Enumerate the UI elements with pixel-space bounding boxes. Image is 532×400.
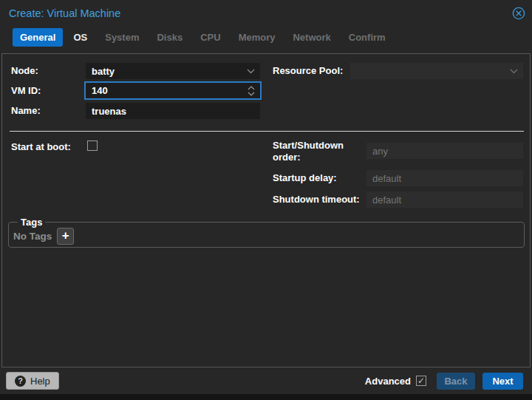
- tags-row: No Tags +: [13, 228, 519, 245]
- tags-fieldset: Tags No Tags +: [8, 217, 525, 248]
- tab-network: Network: [285, 28, 338, 47]
- vm-id-input[interactable]: [86, 85, 248, 96]
- tab-cpu: CPU: [193, 28, 228, 47]
- question-icon: ?: [15, 376, 26, 387]
- startup-delay-label: Startup delay:: [273, 172, 337, 184]
- resource-pool-select[interactable]: [350, 63, 523, 79]
- chevron-down-icon[interactable]: [247, 69, 255, 74]
- spinner-icons: [248, 86, 255, 96]
- tab-memory: Memory: [231, 28, 283, 47]
- node-label: Node:: [11, 63, 38, 79]
- add-tag-button[interactable]: +: [57, 228, 74, 245]
- vm-id-spinner[interactable]: [84, 81, 262, 100]
- help-button[interactable]: ? Help: [6, 372, 59, 390]
- footer-actions: Advanced ✓ Back Next: [365, 373, 523, 390]
- tags-legend: Tags: [18, 217, 45, 228]
- name-label: Name:: [11, 103, 41, 119]
- help-button-label: Help: [30, 376, 50, 387]
- advanced-label: Advanced: [365, 376, 411, 387]
- section-divider: [10, 131, 524, 132]
- resource-pool-label: Resource Pool:: [273, 63, 343, 79]
- plus-icon: +: [62, 228, 69, 243]
- startup-delay-input[interactable]: [366, 173, 523, 184]
- name-input[interactable]: [86, 106, 260, 117]
- background-page-strip: [0, 394, 532, 400]
- spinner-up-icon[interactable]: [248, 86, 255, 90]
- general-tab-panel: Node: Resource Pool: VM ID: Name:: [1, 53, 531, 367]
- node-input[interactable]: [86, 66, 247, 77]
- dialog-title: Create: Virtual Machine: [9, 0, 120, 27]
- dialog-titlebar: Create: Virtual Machine: [0, 0, 532, 27]
- shutdown-timeout-input[interactable]: [366, 194, 523, 206]
- next-button[interactable]: Next: [482, 373, 523, 390]
- shutdown-timeout-label: Shutdown timeout:: [273, 194, 360, 206]
- close-icon[interactable]: [512, 7, 525, 20]
- startup-delay-field[interactable]: [366, 170, 523, 186]
- back-button[interactable]: Back: [437, 373, 475, 390]
- tab-bar: General OS System Disks CPU Memory Netwo…: [13, 28, 393, 47]
- tab-os[interactable]: OS: [66, 28, 95, 47]
- spinner-down-icon[interactable]: [248, 92, 255, 96]
- create-vm-dialog: Create: Virtual Machine General OS Syste…: [0, 0, 532, 400]
- name-field[interactable]: [86, 103, 260, 119]
- node-select[interactable]: [86, 63, 260, 79]
- shutdown-timeout-field[interactable]: [366, 191, 523, 208]
- start-at-boot-checkbox[interactable]: [87, 140, 98, 151]
- advanced-checkbox[interactable]: ✓: [416, 376, 426, 386]
- vm-id-label: VM ID:: [11, 83, 41, 99]
- start-shutdown-order-input[interactable]: [366, 146, 523, 157]
- tab-disks: Disks: [149, 28, 190, 47]
- dialog-footer: ? Help Advanced ✓ Back Next: [0, 367, 532, 394]
- start-shutdown-order-label: Start/Shutdown order:: [273, 140, 360, 163]
- start-shutdown-order-field[interactable]: [366, 143, 523, 159]
- start-at-boot-label: Start at boot:: [11, 141, 71, 153]
- chevron-down-icon[interactable]: [510, 69, 518, 74]
- tab-confirm: Confirm: [341, 28, 393, 47]
- resource-pool-input[interactable]: [350, 66, 510, 77]
- tab-system: System: [98, 28, 146, 47]
- tab-general[interactable]: General: [13, 28, 63, 47]
- no-tags-text: No Tags: [13, 231, 52, 242]
